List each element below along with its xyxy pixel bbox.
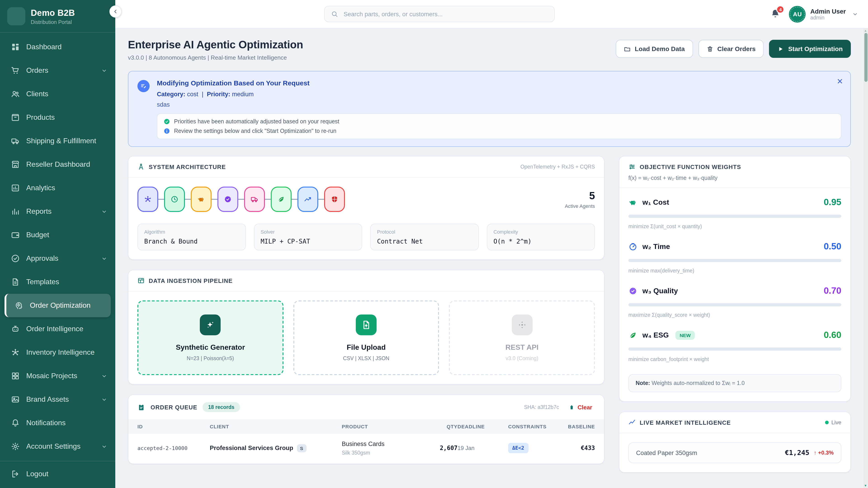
check-filled-icon <box>164 119 170 125</box>
market-header: LIVE MARKET INTELLIGENCE Live <box>619 412 850 433</box>
section-title: OBJECTIVE FUNCTION WEIGHTS <box>640 163 741 170</box>
category-value: cost <box>187 91 198 98</box>
stat-value: Branch & Bound <box>144 238 239 245</box>
sidebar-item-account-settings[interactable]: Account Settings <box>0 435 115 458</box>
section-title: SYSTEM ARCHITECTURE <box>149 163 226 170</box>
scrollbar[interactable]: ▲ ▼ <box>864 29 868 488</box>
note-label: Note: <box>636 380 650 386</box>
cart-icon <box>11 66 20 75</box>
sidebar-item-reseller-dashboard[interactable]: Reseller Dashboard <box>0 153 115 176</box>
sidebar-item-label: Order Intelligence <box>26 325 84 333</box>
clear-orders-button[interactable]: Clear Orders <box>698 40 764 58</box>
banner-bullet: Priorities have been automatically adjus… <box>164 119 835 125</box>
pipeline-option-subtitle: v3.0 (Coming) <box>506 356 538 361</box>
sidebar-item-dashboard[interactable]: Dashboard <box>0 35 115 59</box>
gauge-icon <box>628 242 638 251</box>
notifications-button[interactable]: 4 <box>770 8 781 20</box>
grid-icon <box>11 42 20 52</box>
truck-icon <box>250 195 258 203</box>
sidebar-item-order-intelligence[interactable]: Order Intelligence <box>0 317 115 341</box>
agent-badge-check <box>217 187 238 212</box>
topbar: 4 AU Admin User admin <box>115 0 868 29</box>
live-label: Live <box>831 419 841 426</box>
sidebar-item-clients[interactable]: Clients <box>0 82 115 106</box>
column-header-product: PRODUCT <box>342 424 428 429</box>
check-circle-icon <box>11 254 20 263</box>
sidebar-item-templates[interactable]: Templates <box>0 270 115 294</box>
button-label: Start Optimization <box>788 45 843 53</box>
new-badge: NEW <box>676 330 695 339</box>
sidebar-item-orders[interactable]: Orders <box>0 59 115 82</box>
page-header: Enterprise AI Agentic Optimization v3.0.… <box>128 38 851 61</box>
sidebar-item-inventory-intelligence[interactable]: Inventory Intelligence <box>0 341 115 364</box>
data-ingestion-card: DATA INGESTION PIPELINE Synthetic Genera… <box>128 270 604 385</box>
weight-slider[interactable] <box>628 259 841 262</box>
weight-value: 0.60 <box>824 330 841 340</box>
sidebar-item-reports[interactable]: Reports <box>0 200 115 223</box>
trash-icon <box>569 404 575 410</box>
agent-leaf <box>271 187 291 212</box>
grid2-icon <box>11 371 20 381</box>
scrollbar-down-arrow[interactable]: ▼ <box>864 484 867 487</box>
weight-slider[interactable] <box>628 215 841 218</box>
agent-piggy <box>191 187 212 212</box>
notification-badge: 4 <box>776 5 784 13</box>
api-icon-box <box>512 315 532 335</box>
weight-caption: minimize max(delivery_time) <box>628 268 841 273</box>
search-input[interactable] <box>343 10 548 18</box>
sidebar-item-label: Reports <box>26 207 52 216</box>
scrollbar-up-arrow[interactable]: ▲ <box>864 29 867 32</box>
piggy-icon <box>628 198 638 207</box>
pipeline-option-synthetic-generator[interactable]: Synthetic GeneratorN=23 | Poisson(λ=5) <box>137 300 283 375</box>
sidebar-item-order-optimization[interactable]: Order Optimization <box>4 294 111 317</box>
table-row[interactable]: accepted-2-10000Professional Services Gr… <box>128 434 604 464</box>
sidebar-item-label: Notifications <box>26 419 66 427</box>
sidebar-item-approvals[interactable]: Approvals <box>0 247 115 270</box>
button-label: Clear Orders <box>717 45 756 53</box>
weight-slider[interactable] <box>628 348 841 351</box>
sidebar-item-label: Budget <box>26 231 49 239</box>
sidebar-item-budget[interactable]: Budget <box>0 223 115 247</box>
weights-note: Note: Weights auto-normalized to Σwᵢ = 1… <box>628 374 841 392</box>
column-header-qty: QTY <box>428 424 458 429</box>
badge-check-icon <box>628 286 638 295</box>
sidebar-collapse-button[interactable] <box>110 5 122 18</box>
scrollbar-thumb[interactable] <box>864 33 867 82</box>
sidebar-item-products[interactable]: Products <box>0 106 115 129</box>
weight-slider[interactable] <box>628 303 841 306</box>
sidebar-item-mosaic-projects[interactable]: Mosaic Projects <box>0 364 115 388</box>
architecture-stats: AlgorithmBranch & BoundSolverMILP + CP-S… <box>137 224 595 250</box>
brand-logo <box>7 7 25 25</box>
search-icon <box>331 10 338 18</box>
sparkles-icon-box <box>200 315 221 335</box>
column-header-client: CLIENT <box>210 424 342 429</box>
sidebar-item-shipping-fulfillment[interactable]: Shipping & Fulfillment <box>0 129 115 153</box>
weight-name: w₁ Cost <box>643 198 669 206</box>
sidebar-item-logout[interactable]: Logout <box>0 462 115 486</box>
clear-queue-button[interactable]: Clear <box>566 403 595 411</box>
file-up-icon-box <box>356 315 377 335</box>
constraint-badge: ΔE<2 <box>508 443 528 453</box>
sidebar-item-brand-assets[interactable]: Brand Assets <box>0 388 115 411</box>
user-menu[interactable]: AU Admin User admin <box>789 6 858 22</box>
banner-close-button[interactable]: ✕ <box>836 77 844 86</box>
column-header-baseline: BASELINE <box>563 424 595 429</box>
sidebar-item-notifications[interactable]: Notifications <box>0 411 115 435</box>
weight-value: 0.95 <box>824 197 841 207</box>
sidebar-item-analytics[interactable]: Analytics <box>0 176 115 200</box>
global-search <box>324 6 555 22</box>
table-header-row: IDCLIENTPRODUCTQTYDEADLINECONSTRAINTSBAS… <box>128 419 604 434</box>
weight-item: w₃ Quality0.70maximize Σ(quality_score ×… <box>628 286 841 318</box>
chevron-down-icon <box>852 11 858 17</box>
start-optimization-button[interactable]: Start Optimization <box>769 40 851 58</box>
client-badge: S <box>297 444 306 452</box>
pipeline-option-file-upload[interactable]: File UploadCSV | XLSX | JSON <box>293 300 439 375</box>
stat-label: Complexity <box>493 229 588 234</box>
sidebar-nav: DashboardOrdersClientsProductsShipping &… <box>0 33 115 488</box>
sidebar-item-label: Reseller Dashboard <box>26 160 90 168</box>
active-agents-label: Active Agents <box>565 203 595 209</box>
pipeline-option-rest-api[interactable]: REST APIv3.0 (Coming) <box>449 300 595 375</box>
chevron-down-icon <box>101 256 107 261</box>
material-price: €1,245 <box>785 449 809 457</box>
load-demo-data-button[interactable]: Load Demo Data <box>616 40 693 58</box>
